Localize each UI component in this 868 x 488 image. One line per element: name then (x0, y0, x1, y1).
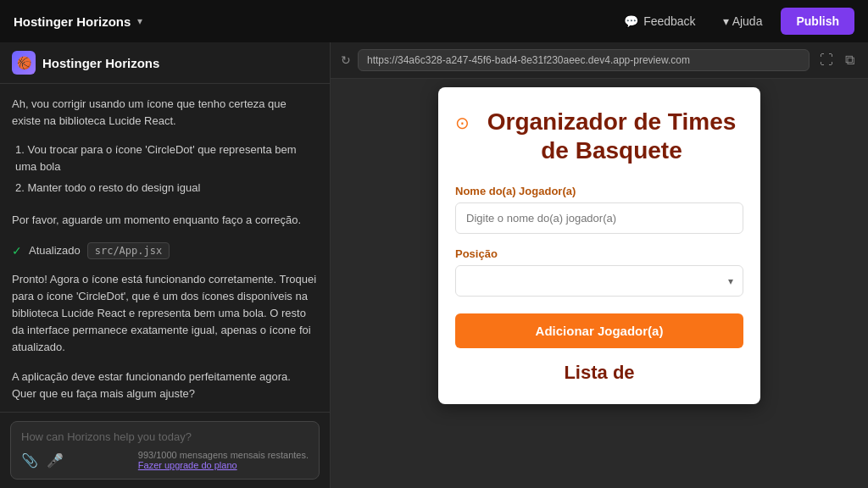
preview-panel: ↻ ⛶ ⧉ ⊙ Organizador de Times de Basquete… (331, 42, 868, 488)
url-bar[interactable] (358, 49, 810, 71)
app-card: ⊙ Organizador de Times de Basquete Nome … (438, 87, 760, 404)
feedback-icon: 💬 (624, 14, 638, 28)
nome-field-group: Nome do(a) Jogador(a) (455, 185, 743, 234)
chat-input-box: How can Horizons help you today? 📎 🎤 993… (10, 421, 320, 480)
check-icon: ✓ (12, 244, 22, 258)
ajuda-label: Ajuda (732, 14, 763, 28)
posicao-label: Posição (455, 247, 743, 260)
preview-content: ⊙ Organizador de Times de Basquete Nome … (331, 79, 868, 488)
chat-messages: Ah, vou corrigir usando um ícone que ten… (0, 84, 330, 412)
app-title: Organizador de Times de Basquete (480, 108, 743, 164)
usage-info: 993/1000 mensagens mensais restantes. Fa… (138, 450, 309, 470)
add-player-button[interactable]: Adicionar Jogador(a) (455, 313, 743, 348)
updated-row: ✓ Atualizado src/App.jsx (12, 242, 318, 259)
posicao-select[interactable]: Armador Ala Pivô (455, 265, 743, 297)
usage-text: 993/1000 mensagens mensais restantes. (138, 450, 309, 460)
attach-button[interactable]: 📎 (21, 452, 38, 469)
chat-header: 🏀 Hostinger Horizons (0, 42, 330, 84)
updated-label: Atualizado (29, 244, 81, 257)
nome-input[interactable] (455, 202, 743, 234)
expand-button[interactable]: ⛶ (816, 51, 837, 69)
chat-icons: 📎 🎤 (21, 452, 64, 469)
upgrade-link[interactable]: Fazer upgrade do plano (138, 460, 309, 470)
app-title-section: ⊙ Organizador de Times de Basquete (455, 108, 743, 164)
publish-button[interactable]: Publish (781, 8, 854, 35)
chat-input-area: How can Horizons help you today? 📎 🎤 993… (0, 412, 330, 488)
main-content: 🏀 Hostinger Horizons Ah, vou corrigir us… (0, 42, 868, 488)
message-5: Pronto! Agora o ícone está funcionando c… (12, 271, 318, 357)
chat-footer-row: 📎 🎤 993/1000 mensagens mensais restantes… (21, 450, 309, 470)
header-right: 💬 Feedback ▾ Ajuda Publish (615, 8, 854, 35)
header: Hostinger Horizons ▾ 💬 Feedback ▾ Ajuda … (0, 0, 868, 42)
file-badge: src/App.jsx (87, 242, 170, 259)
popout-button[interactable]: ⧉ (842, 51, 858, 69)
posicao-field-group: Posição Armador Ala Pivô ▾ (455, 247, 743, 297)
header-left: Hostinger Horizons ▾ (14, 14, 142, 29)
app-logo: Hostinger Horizons (14, 14, 131, 29)
browser-actions: ⛶ ⧉ (816, 51, 858, 69)
ajuda-chevron-icon: ▾ (723, 14, 729, 28)
nome-label: Nome do(a) Jogador(a) (455, 185, 743, 197)
message-3: Por favor, aguarde um momento enquanto f… (12, 212, 318, 229)
logo-chevron-icon: ▾ (137, 15, 142, 27)
ajuda-button[interactable]: ▾ Ajuda (715, 9, 771, 33)
chat-panel: 🏀 Hostinger Horizons Ah, vou corrigir us… (0, 42, 331, 488)
posicao-select-wrapper: Armador Ala Pivô ▾ (455, 265, 743, 297)
message-1: Ah, vou corrigir usando um ícone que ten… (12, 96, 318, 130)
feedback-button[interactable]: 💬 Feedback (615, 9, 704, 33)
lista-title: Lista de (455, 362, 743, 384)
feedback-label: Feedback (643, 14, 695, 28)
mic-button[interactable]: 🎤 (47, 452, 64, 469)
chat-title: Hostinger Horizons (42, 56, 159, 70)
circle-dot-icon: ⊙ (455, 113, 470, 133)
message-6: A aplicação deve estar funcionando perfe… (12, 369, 318, 402)
browser-bar: ↻ ⛶ ⧉ (331, 42, 868, 79)
chat-logo-icon: 🏀 (12, 51, 36, 75)
refresh-button[interactable]: ↻ (341, 53, 351, 67)
list-item-2: Manter todo o resto do design igual (15, 180, 318, 197)
chat-placeholder: How can Horizons help you today? (21, 430, 309, 443)
form-section: Nome do(a) Jogador(a) Posição Armador Al… (455, 185, 743, 348)
message-list: Vou trocar para o ícone 'CircleDot' que … (12, 141, 318, 199)
list-item-1: Vou trocar para o ícone 'CircleDot' que … (15, 141, 318, 175)
